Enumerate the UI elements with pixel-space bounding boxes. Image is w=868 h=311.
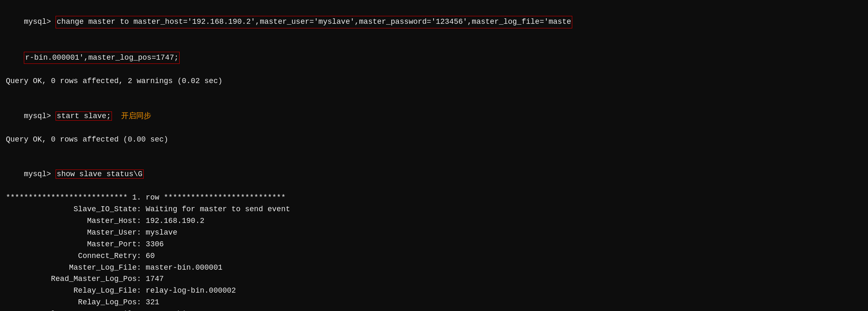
annotation-start-sync: 开启同步: [112, 112, 151, 120]
stars-row: *************************** 1. row *****…: [6, 192, 862, 204]
read-master-log-pos-line: Read_Master_Log_Pos: 1747: [6, 273, 862, 285]
terminal: mysql> change master to master_host='192…: [0, 0, 868, 311]
change-master-cmd-box: change master to master_host='192.168.19…: [56, 16, 572, 28]
query-ok-line1: Query OK, 0 rows affected, 2 warnings (0…: [6, 76, 862, 87]
relay-master-log-file-line: Relay_Master_Log_File: master-bin.000001: [6, 308, 862, 311]
relay-log-file-line: Relay_Log_File: relay-log-bin.000002: [6, 285, 862, 297]
show-slave-status-line: mysql> show slave status\G: [6, 157, 862, 192]
change-master-line2: r-bin.000001',master_log_pos=1747;: [6, 40, 862, 76]
master-log-file-line: Master_Log_File: master-bin.000001: [6, 262, 862, 274]
relay-log-pos-line: Relay_Log_Pos: 321: [6, 297, 862, 308]
show-slave-cmd: show slave status\G: [56, 169, 144, 179]
change-master-line1: mysql> change master to master_host='192…: [6, 4, 862, 40]
connect-retry-line: Connect_Retry: 60: [6, 250, 862, 262]
start-slave-cmd: start slave;: [56, 111, 112, 121]
master-port-line: Master_Port: 3306: [6, 239, 862, 250]
slave-io-state-line: Slave_IO_State: Waiting for master to se…: [6, 204, 862, 215]
start-slave-line: mysql> start slave; 开启同步: [6, 99, 862, 134]
master-user-line: Master_User: myslave: [6, 227, 862, 239]
master-host-line: Master_Host: 192.168.190.2: [6, 215, 862, 227]
change-master-cmd-box2: r-bin.000001',master_log_pos=1747;: [24, 52, 180, 64]
query-ok-line2: Query OK, 0 rows affected (0.00 sec): [6, 134, 862, 146]
